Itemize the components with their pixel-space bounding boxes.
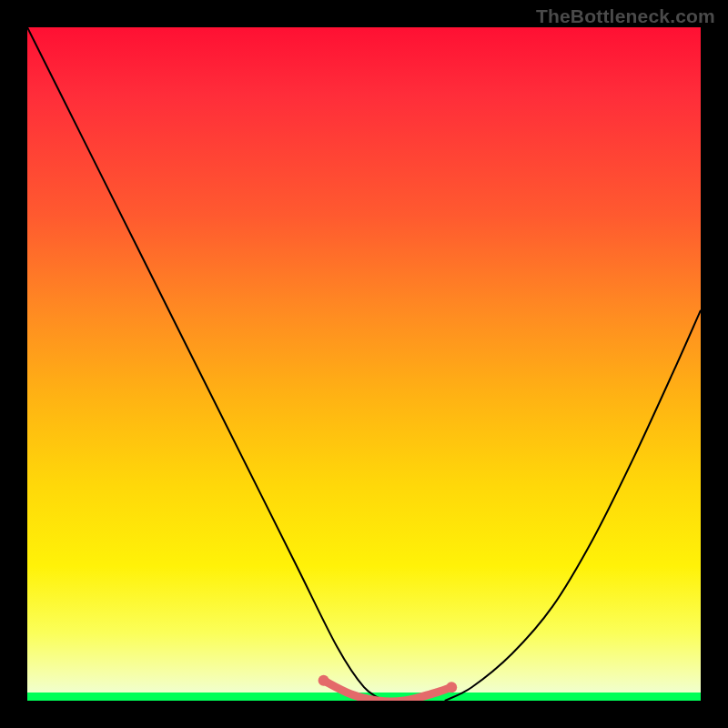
plot-area <box>27 27 701 701</box>
chart-stage: TheBottleneck.com <box>0 0 728 728</box>
right-curve <box>445 310 701 701</box>
valley-endpoint-dot <box>318 675 329 686</box>
valley-band <box>324 681 452 701</box>
left-curve <box>27 27 384 701</box>
watermark-text: TheBottleneck.com <box>536 5 715 27</box>
valley-endpoint-dot <box>446 682 457 693</box>
curve-layer <box>27 27 701 701</box>
